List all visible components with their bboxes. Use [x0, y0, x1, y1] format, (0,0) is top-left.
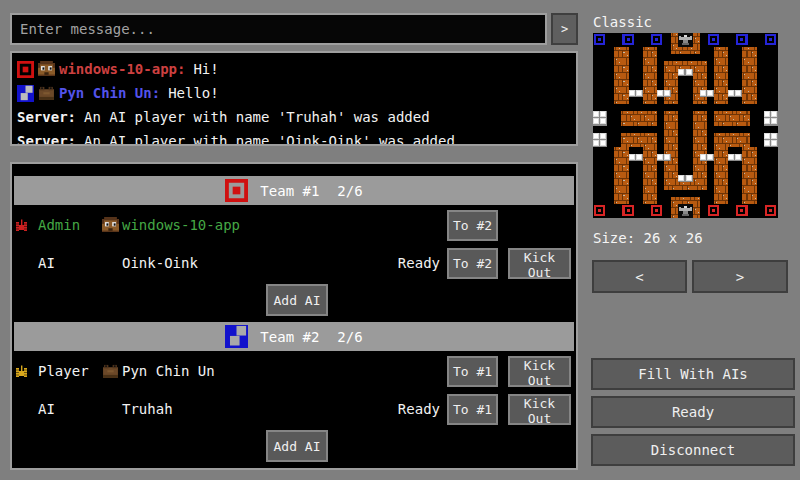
move-to-team1-button[interactable]: To #1: [447, 356, 498, 387]
player-tank-icon: [15, 365, 28, 378]
team-row: AI Truhah Ready To #1 Kick Out: [12, 394, 576, 425]
kick-out-button[interactable]: Kick Out: [508, 356, 571, 387]
disconnect-button[interactable]: Disconnect: [591, 434, 795, 466]
player-role: Player: [38, 356, 89, 387]
prev-map-button[interactable]: <: [592, 260, 687, 293]
chat-log: windows-10-app:Hi! Pyn Chin Un:Hello! Se…: [10, 51, 578, 146]
player-name: Truhah: [122, 394, 173, 425]
game-lobby-screen: > windows-10-app:Hi!: [0, 0, 800, 480]
chat-message-text: Hello!: [168, 85, 219, 101]
map-title: Classic: [593, 14, 652, 30]
player-role: AI: [38, 248, 55, 279]
ready-status: Ready: [398, 394, 440, 425]
chat-message-text: An AI player with name 'Truhah' was adde…: [84, 109, 430, 125]
ready-status: Ready: [398, 248, 440, 279]
player-role: Admin: [38, 210, 80, 241]
map-size-label: Size: 26 x 26: [593, 230, 703, 246]
team-blue-icon: [17, 85, 34, 102]
add-ai-button[interactable]: Add AI: [266, 284, 328, 316]
team1-header: Team #1 2/6: [14, 176, 574, 205]
team-player-count: 2/6: [337, 183, 362, 199]
team-row: AI Oink-Oink Ready To #2 Kick Out: [12, 248, 576, 279]
admin-tank-icon: [15, 219, 28, 232]
chat-message-text: An AI player with name 'Oink-Oink' was a…: [84, 133, 455, 146]
send-message-button[interactable]: >: [551, 13, 578, 45]
avatar-bear-icon: [38, 61, 55, 78]
move-to-team1-button[interactable]: To #1: [447, 394, 498, 425]
chat-message: windows-10-app:Hi!: [17, 57, 571, 81]
player-name: Pyn Chin Un: [122, 356, 215, 387]
kick-out-button[interactable]: Kick Out: [508, 394, 571, 425]
chat-sender-name: windows-10-app:: [59, 61, 185, 77]
avatar-toad-icon: [38, 85, 55, 102]
next-map-button[interactable]: >: [692, 260, 788, 293]
team-blue-icon: [225, 325, 248, 348]
chat-message: Server:An AI player with name 'Truhah' w…: [17, 105, 571, 129]
chat-sender-name: Pyn Chin Un:: [59, 85, 160, 101]
move-to-team2-button[interactable]: To #2: [447, 210, 498, 241]
team-row: Player Pyn Chin Un To #1 Kick Out: [12, 356, 576, 387]
add-ai-button[interactable]: Add AI: [266, 430, 328, 462]
team2-header: Team #2 2/6: [14, 322, 574, 351]
chat-sender-name: Server:: [17, 109, 76, 125]
teams-panel: Team #1 2/6 Admin: [10, 162, 578, 470]
ready-button[interactable]: Ready: [591, 396, 795, 428]
player-name: Oink-Oink: [122, 248, 198, 279]
move-to-team2-button[interactable]: To #2: [447, 248, 498, 279]
avatar-bear-icon: [102, 217, 119, 234]
message-input[interactable]: [10, 13, 547, 45]
player-role: AI: [38, 394, 55, 425]
team-player-count: 2/6: [337, 329, 362, 345]
chat-message: Pyn Chin Un:Hello!: [17, 81, 571, 105]
avatar-toad-icon: [102, 363, 119, 380]
chat-sender-name: Server:: [17, 133, 76, 146]
chat-message: Server:An AI player with name 'Oink-Oink…: [17, 129, 571, 146]
fill-with-ais-button[interactable]: Fill With AIs: [591, 358, 795, 390]
chat-message-text: Hi!: [193, 61, 218, 77]
team-name: Team #1: [260, 183, 319, 199]
player-name: windows-10-app: [122, 210, 240, 241]
map-preview: [593, 33, 778, 218]
team-row: Admin windows-10-app To #2: [12, 210, 576, 241]
kick-out-button[interactable]: Kick Out: [508, 248, 571, 279]
team-name: Team #2: [260, 329, 319, 345]
team-red-icon: [225, 179, 248, 202]
team-red-icon: [17, 61, 34, 78]
